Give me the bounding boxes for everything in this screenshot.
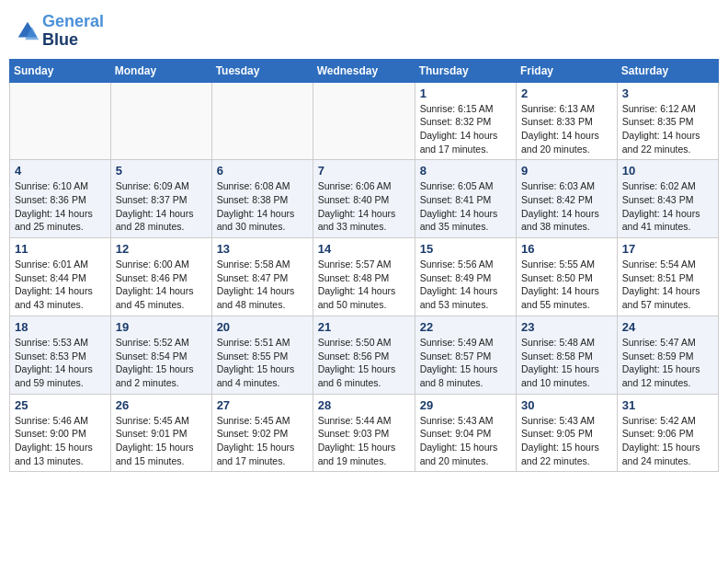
day-number: 14 [318,242,410,256]
day-number: 10 [622,164,713,178]
day-number: 11 [15,242,106,256]
day-number: 24 [622,320,713,334]
day-info: Sunrise: 5:50 AMSunset: 8:56 PMDaylight:… [318,336,410,390]
day-number: 9 [521,164,612,178]
calendar-cell [10,82,111,160]
day-info: Sunrise: 6:15 AMSunset: 8:32 PMDaylight:… [420,102,511,156]
day-info: Sunrise: 5:58 AMSunset: 8:47 PMDaylight:… [217,258,308,312]
calendar-cell [110,82,211,160]
day-info: Sunrise: 5:46 AMSunset: 9:00 PMDaylight:… [15,414,106,468]
calendar-cell: 2Sunrise: 6:13 AMSunset: 8:33 PMDaylight… [517,82,618,160]
day-number: 19 [116,320,207,334]
day-number: 30 [521,398,612,412]
calendar-cell: 10Sunrise: 6:02 AMSunset: 8:43 PMDayligh… [617,160,718,238]
day-number: 25 [15,398,106,412]
day-number: 22 [420,320,511,334]
calendar-cell [211,82,313,160]
calendar-cell: 22Sunrise: 5:49 AMSunset: 8:57 PMDayligh… [415,316,516,394]
calendar-cell: 13Sunrise: 5:58 AMSunset: 8:47 PMDayligh… [211,238,313,316]
day-info: Sunrise: 6:05 AMSunset: 8:41 PMDaylight:… [420,179,511,234]
day-number: 26 [116,398,207,412]
calendar-week-4: 25Sunrise: 5:46 AMSunset: 9:00 PMDayligh… [10,394,719,472]
day-info: Sunrise: 6:08 AMSunset: 8:38 PMDaylight:… [217,179,308,234]
calendar-cell: 26Sunrise: 5:45 AMSunset: 9:01 PMDayligh… [110,394,211,472]
calendar-cell: 15Sunrise: 5:56 AMSunset: 8:49 PMDayligh… [415,238,516,316]
calendar-cell: 17Sunrise: 5:54 AMSunset: 8:51 PMDayligh… [617,238,718,316]
day-number: 29 [420,398,511,412]
day-info: Sunrise: 5:45 AMSunset: 9:01 PMDaylight:… [116,414,207,468]
day-number: 21 [318,320,410,334]
day-number: 15 [420,242,511,256]
calendar-cell: 29Sunrise: 5:43 AMSunset: 9:04 PMDayligh… [415,394,516,472]
day-info: Sunrise: 6:01 AMSunset: 8:44 PMDaylight:… [15,258,106,312]
day-info: Sunrise: 5:52 AMSunset: 8:54 PMDaylight:… [116,336,207,390]
calendar-cell: 30Sunrise: 5:43 AMSunset: 9:05 PMDayligh… [517,394,618,472]
day-header-friday: Friday [517,59,618,82]
logo-icon [15,18,40,44]
calendar-cell: 6Sunrise: 6:08 AMSunset: 8:38 PMDaylight… [211,160,313,238]
day-header-monday: Monday [110,59,211,82]
day-info: Sunrise: 5:54 AMSunset: 8:51 PMDaylight:… [622,258,713,312]
calendar-week-3: 18Sunrise: 5:53 AMSunset: 8:53 PMDayligh… [10,316,719,394]
day-info: Sunrise: 6:09 AMSunset: 8:37 PMDaylight:… [116,179,207,234]
calendar-cell: 5Sunrise: 6:09 AMSunset: 8:37 PMDaylight… [110,160,211,238]
day-number: 27 [217,398,308,412]
calendar-cell: 1Sunrise: 6:15 AMSunset: 8:32 PMDaylight… [415,82,516,160]
day-number: 23 [521,320,612,334]
day-info: Sunrise: 6:02 AMSunset: 8:43 PMDaylight:… [622,179,713,234]
day-info: Sunrise: 6:10 AMSunset: 8:36 PMDaylight:… [15,179,106,234]
calendar-cell: 19Sunrise: 5:52 AMSunset: 8:54 PMDayligh… [110,316,211,394]
calendar-cell: 12Sunrise: 6:00 AMSunset: 8:46 PMDayligh… [110,238,211,316]
calendar-week-1: 4Sunrise: 6:10 AMSunset: 8:36 PMDaylight… [10,160,719,238]
day-number: 12 [116,242,207,256]
calendar-cell: 24Sunrise: 5:47 AMSunset: 8:59 PMDayligh… [617,316,718,394]
day-info: Sunrise: 6:12 AMSunset: 8:35 PMDaylight:… [622,102,713,156]
calendar-cell: 20Sunrise: 5:51 AMSunset: 8:55 PMDayligh… [211,316,313,394]
day-info: Sunrise: 5:45 AMSunset: 9:02 PMDaylight:… [217,414,308,468]
day-info: Sunrise: 5:43 AMSunset: 9:05 PMDaylight:… [521,414,612,468]
day-info: Sunrise: 5:49 AMSunset: 8:57 PMDaylight:… [420,336,511,390]
day-number: 28 [318,398,410,412]
calendar-cell: 18Sunrise: 5:53 AMSunset: 8:53 PMDayligh… [10,316,111,394]
calendar-cell: 4Sunrise: 6:10 AMSunset: 8:36 PMDaylight… [10,160,111,238]
day-info: Sunrise: 5:57 AMSunset: 8:48 PMDaylight:… [318,258,410,312]
day-info: Sunrise: 6:13 AMSunset: 8:33 PMDaylight:… [521,102,612,156]
day-info: Sunrise: 5:42 AMSunset: 9:06 PMDaylight:… [622,414,713,468]
day-number: 3 [622,86,713,100]
day-number: 13 [217,242,308,256]
calendar-cell: 14Sunrise: 5:57 AMSunset: 8:48 PMDayligh… [313,238,415,316]
day-info: Sunrise: 6:06 AMSunset: 8:40 PMDaylight:… [318,179,410,234]
day-of-week-header: SundayMondayTuesdayWednesdayThursdayFrid… [10,59,719,82]
calendar-cell: 11Sunrise: 6:01 AMSunset: 8:44 PMDayligh… [10,238,111,316]
day-number: 1 [420,86,511,100]
calendar-cell: 25Sunrise: 5:46 AMSunset: 9:00 PMDayligh… [10,394,111,472]
day-header-sunday: Sunday [10,59,111,82]
day-number: 6 [217,164,308,178]
calendar-cell [313,82,415,160]
day-number: 2 [521,86,612,100]
day-header-tuesday: Tuesday [211,59,313,82]
logo: General Blue [15,13,104,50]
calendar-cell: 9Sunrise: 6:03 AMSunset: 8:42 PMDaylight… [517,160,618,238]
calendar-week-2: 11Sunrise: 6:01 AMSunset: 8:44 PMDayligh… [10,238,719,316]
calendar-table: SundayMondayTuesdayWednesdayThursdayFrid… [9,59,719,473]
calendar-cell: 8Sunrise: 6:05 AMSunset: 8:41 PMDaylight… [415,160,516,238]
day-info: Sunrise: 5:43 AMSunset: 9:04 PMDaylight:… [420,414,511,468]
day-number: 18 [15,320,106,334]
day-number: 31 [622,398,713,412]
day-info: Sunrise: 5:55 AMSunset: 8:50 PMDaylight:… [521,258,612,312]
calendar-body: 1Sunrise: 6:15 AMSunset: 8:32 PMDaylight… [10,82,719,472]
calendar-cell: 7Sunrise: 6:06 AMSunset: 8:40 PMDaylight… [313,160,415,238]
day-number: 17 [622,242,713,256]
day-header-thursday: Thursday [415,59,516,82]
calendar-cell: 27Sunrise: 5:45 AMSunset: 9:02 PMDayligh… [211,394,313,472]
day-info: Sunrise: 5:47 AMSunset: 8:59 PMDaylight:… [622,336,713,390]
day-number: 8 [420,164,511,178]
day-info: Sunrise: 5:51 AMSunset: 8:55 PMDaylight:… [217,336,308,390]
day-header-saturday: Saturday [617,59,718,82]
calendar-cell: 16Sunrise: 5:55 AMSunset: 8:50 PMDayligh… [517,238,618,316]
calendar-cell: 31Sunrise: 5:42 AMSunset: 9:06 PMDayligh… [617,394,718,472]
calendar-week-0: 1Sunrise: 6:15 AMSunset: 8:32 PMDaylight… [10,82,719,160]
day-header-wednesday: Wednesday [313,59,415,82]
logo-text: General Blue [42,13,104,50]
